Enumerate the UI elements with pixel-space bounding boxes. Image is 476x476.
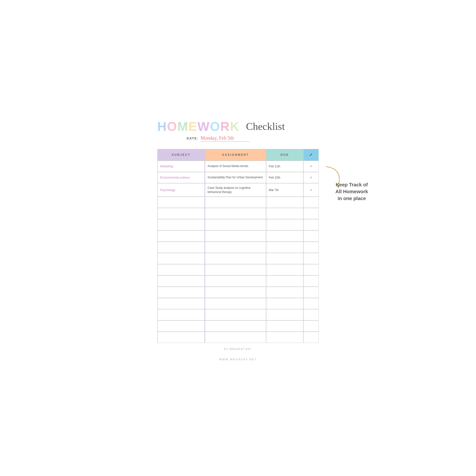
cell-checkmark[interactable] [303,242,319,253]
cell-assignment[interactable] [205,309,266,321]
letter-H: H [157,120,167,133]
cell-assignment[interactable] [205,197,266,208]
letter-M: M [177,120,188,133]
cell-subject[interactable] [157,208,205,219]
table-row [157,309,319,321]
table-row [157,242,319,253]
cell-subject[interactable] [157,264,205,275]
cell-assignment[interactable] [205,230,266,242]
cell-checkmark[interactable] [303,309,319,321]
table-row [157,264,319,275]
cell-due[interactable]: Feb 15th [266,172,304,183]
cell-checkmark[interactable] [303,208,319,219]
cell-checkmark[interactable]: ✓ [303,183,319,197]
table-row [157,253,319,264]
cell-assignment[interactable] [205,332,266,343]
cell-due[interactable] [266,332,304,343]
cell-due[interactable] [266,253,304,264]
cell-subject[interactable] [157,309,205,321]
side-annotation: Keep Track of All Homework in one place [327,181,376,202]
cell-assignment[interactable] [205,264,266,275]
cell-assignment[interactable] [205,275,266,287]
cell-assignment[interactable] [205,298,266,309]
cell-subject[interactable] [157,219,205,230]
cell-assignment[interactable]: Analysis of Social Media trends [205,161,266,172]
cell-subject[interactable] [157,230,205,242]
cell-checkmark[interactable] [303,230,319,242]
table-row [157,208,319,219]
letter-R: R [221,120,230,133]
cell-checkmark[interactable] [303,253,319,264]
header-check: ✓ [303,149,319,161]
table-row [157,298,319,309]
cell-assignment[interactable]: Case Study analysis on cognitive behavio… [205,183,266,197]
cell-subject[interactable] [157,321,205,332]
header-due: DUE [266,149,304,161]
cell-due[interactable] [266,219,304,230]
header-subject: SUBJECT [157,149,205,161]
checklist-title: Checklist [246,121,285,132]
cell-subject[interactable]: Psychology [157,183,205,197]
cell-assignment[interactable] [205,253,266,264]
cell-due[interactable] [266,197,304,208]
cell-subject[interactable]: Marketing [157,161,205,172]
cell-due[interactable] [266,287,304,298]
table-row [157,275,319,287]
cell-checkmark[interactable] [303,264,319,275]
cell-assignment[interactable] [205,287,266,298]
cell-subject[interactable] [157,332,205,343]
footer-by: BY MRSNEAT.NET [157,348,319,351]
cell-subject[interactable] [157,287,205,298]
letter-O: O [167,120,177,133]
table-header-row: SUBJECT ASSIGNMENT DUE ✓ [157,149,319,161]
cell-subject[interactable] [157,242,205,253]
cell-checkmark[interactable] [303,219,319,230]
cell-due[interactable] [266,275,304,287]
letter-K: K [230,120,240,133]
homework-letters: H O M E W O R K [157,120,240,133]
cell-assignment[interactable]: Sustainability Plan for Urban Developmen… [205,172,266,183]
cell-checkmark[interactable] [303,332,319,343]
cell-assignment[interactable] [205,242,266,253]
cell-checkmark[interactable] [303,287,319,298]
table-row [157,287,319,298]
table-row [157,332,319,343]
cell-due[interactable] [266,230,304,242]
cell-subject[interactable] [157,253,205,264]
table-row [157,197,319,208]
cell-checkmark[interactable]: ✓ [303,161,319,172]
cell-checkmark[interactable] [303,321,319,332]
cell-checkmark[interactable] [303,197,319,208]
cell-checkmark[interactable] [303,275,319,287]
cell-checkmark[interactable]: ✓ [303,172,319,183]
side-line1: Keep Track of [336,182,368,187]
cell-due[interactable] [266,208,304,219]
cell-checkmark[interactable] [303,298,319,309]
cell-assignment[interactable] [205,208,266,219]
cell-subject[interactable] [157,298,205,309]
date-label: DATE: [187,136,199,140]
table-row: PsychologyCase Study analysis on cogniti… [157,183,319,197]
side-line3: in one place [338,196,366,201]
homework-table: SUBJECT ASSIGNMENT DUE ✓ MarketingAnalys… [157,149,319,343]
cell-assignment[interactable] [205,219,266,230]
table-row [157,230,319,242]
table-row: Environmental scienceSustainability Plan… [157,172,319,183]
cell-due[interactable] [266,242,304,253]
cell-assignment[interactable] [205,321,266,332]
cell-subject[interactable] [157,275,205,287]
cell-due[interactable] [266,321,304,332]
cell-due[interactable] [266,264,304,275]
cell-due[interactable]: Feb 11th [266,161,304,172]
table-row: MarketingAnalysis of Social Media trends… [157,161,319,172]
date-row: DATE: Monday, Feb 5th [157,135,319,142]
cell-due[interactable] [266,309,304,321]
cell-due[interactable] [266,298,304,309]
header-assignment: ASSIGNMENT [205,149,266,161]
cell-due[interactable]: Mar 7th [266,183,304,197]
letter-E: E [188,120,197,133]
cell-subject[interactable] [157,197,205,208]
side-line2: All Homework [335,189,368,194]
letter-O2: O [210,120,220,133]
cell-subject[interactable]: Environmental science [157,172,205,183]
